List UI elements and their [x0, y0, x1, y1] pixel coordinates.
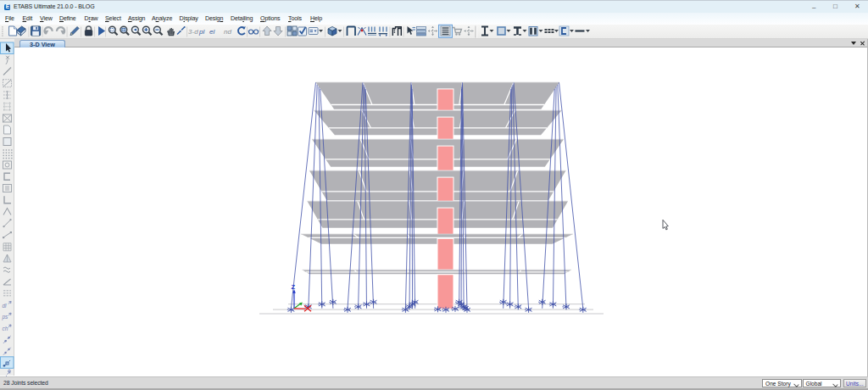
svg-text:Z: Z — [292, 283, 296, 291]
svg-text:ch: ch — [3, 326, 8, 332]
svg-text:3-d: 3-d — [188, 28, 198, 36]
svg-text:ps: ps — [2, 314, 9, 320]
svg-text:nd: nd — [224, 28, 231, 36]
svg-text:el: el — [209, 28, 214, 36]
svg-text:dl: dl — [3, 303, 8, 309]
svg-text:pl: pl — [198, 28, 204, 36]
